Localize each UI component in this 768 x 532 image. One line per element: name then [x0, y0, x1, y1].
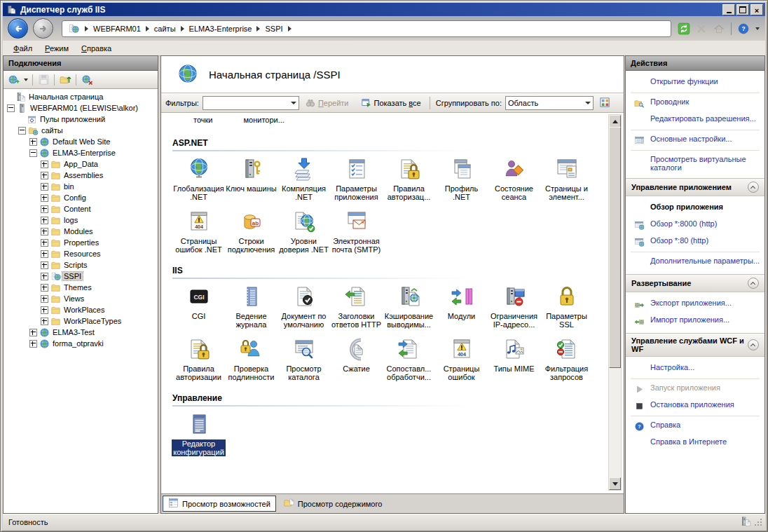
- expand-icon[interactable]: [41, 172, 48, 179]
- show-all-button[interactable]: Показать все: [359, 97, 424, 109]
- action-group-header[interactable]: Управление службами WCF и WF: [626, 333, 764, 357]
- feature-mime[interactable]: Типы MIME: [488, 337, 540, 381]
- menu-справка[interactable]: Справка: [75, 43, 118, 54]
- tree-item-bin[interactable]: bin: [4, 181, 158, 192]
- tree-item-scripts[interactable]: Scripts: [4, 259, 158, 271]
- scrollbar-thumb[interactable]: [609, 127, 621, 368]
- feature-smtp[interactable]: Электронная почта (SMTP): [330, 210, 383, 254]
- expand-icon[interactable]: [41, 239, 48, 247]
- feature-default-doc[interactable]: Документ по умолчанию: [277, 285, 330, 329]
- tree-item-themes[interactable]: Themes: [4, 282, 158, 293]
- address-bar[interactable]: WEBFARM01сайтыELMA3-EnterpriseSSPI: [62, 20, 671, 37]
- tree-item-views[interactable]: Views: [4, 293, 158, 304]
- action--[interactable]: Открытие функции: [631, 74, 760, 91]
- expand-icon[interactable]: [29, 340, 37, 348]
- feature-http-headers[interactable]: Заголовки ответов HTTP: [330, 285, 383, 329]
- expand-icon[interactable]: [41, 228, 48, 236]
- minimize-button[interactable]: [722, 4, 735, 15]
- menu-режим[interactable]: Режим: [39, 43, 75, 54]
- scroll-down-button[interactable]: [609, 477, 621, 490]
- refresh-button[interactable]: [677, 22, 691, 36]
- tree-item-sspi[interactable]: SSPI: [4, 271, 158, 282]
- tree-item-forma_otpravki[interactable]: forma_otpravki: [4, 338, 158, 349]
- feature-output-cache[interactable]: Кэширование выводимы...: [383, 285, 435, 329]
- feature-compression[interactable]: Сжатие: [330, 337, 383, 381]
- stop-x-button[interactable]: [694, 22, 708, 36]
- breadcrumb-item[interactable]: WEBFARM01: [93, 25, 141, 33]
- go-button[interactable]: Перейти: [303, 97, 352, 109]
- menu-файл[interactable]: Файл: [7, 43, 39, 54]
- scroll-up-button[interactable]: [609, 115, 621, 128]
- tree-item-content[interactable]: Content: [4, 203, 158, 214]
- tree-item-resources[interactable]: Resources: [4, 248, 158, 259]
- breadcrumb-item[interactable]: SSPI: [265, 25, 282, 33]
- back-button[interactable]: [8, 18, 28, 39]
- feature-pages-controls[interactable]: Страницы и элемент...: [540, 157, 593, 201]
- resize-grip[interactable]: [754, 518, 762, 526]
- expand-icon[interactable]: [41, 306, 48, 314]
- expand-icon[interactable]: [41, 284, 48, 292]
- tree-item-properties[interactable]: Properties: [4, 237, 158, 248]
- maximize-button[interactable]: [736, 4, 749, 15]
- tree-item-workplacetypes[interactable]: WorkPlaceTypes: [4, 315, 158, 327]
- tree-item--[interactable]: Начальная страница: [4, 91, 158, 102]
- tree-item-modules[interactable]: Modules: [4, 226, 158, 237]
- expand-icon[interactable]: [41, 161, 48, 168]
- view-mode-button[interactable]: [597, 97, 616, 109]
- dropdown-arrow-icon[interactable]: [24, 79, 28, 81]
- feature-globalization[interactable]: Глобализация .NET: [172, 157, 225, 201]
- home-button[interactable]: [712, 22, 726, 36]
- tab-content-view[interactable]: Просмотр содержимого: [278, 496, 388, 512]
- feature-session-state[interactable]: Состояние сеанса: [488, 157, 540, 201]
- feature-modules[interactable]: Модули: [435, 285, 488, 329]
- feature-connection-strings[interactable]: abСтроки подключения: [225, 210, 277, 254]
- tree-item-config[interactable]: Config: [4, 192, 158, 203]
- expand-icon[interactable]: [41, 295, 48, 303]
- collapse-icon[interactable]: [18, 127, 26, 135]
- action--[interactable]: Основные настройки...: [631, 132, 760, 149]
- action--[interactable]: Остановка приложения: [631, 397, 760, 414]
- feature-request-filtering[interactable]: Фильтрация запросов: [540, 337, 593, 381]
- collapse-icon[interactable]: [29, 149, 37, 157]
- action--[interactable]: Импорт приложения...: [631, 313, 760, 329]
- save-button[interactable]: [37, 74, 50, 86]
- expand-icon[interactable]: [41, 194, 48, 202]
- tree-item-assemblies[interactable]: Assemblies: [4, 170, 158, 181]
- expand-icon[interactable]: [29, 138, 37, 146]
- tree-item-app_data[interactable]: App_Data: [4, 158, 158, 170]
- dropdown-arrow-icon[interactable]: [755, 27, 760, 30]
- collapse-icon[interactable]: [7, 104, 15, 112]
- tree-item-elma3-test[interactable]: ELMA3-Test: [4, 327, 158, 338]
- action--[interactable]: Запуск приложения: [631, 381, 760, 397]
- feature-dir-browse[interactable]: Просмотр каталога: [277, 337, 330, 381]
- breadcrumb-item[interactable]: сайты: [154, 25, 176, 33]
- connect-button[interactable]: [7, 74, 20, 86]
- feature-auth-rules[interactable]: Правила авторизац...: [383, 157, 435, 201]
- tree-item-elma3-enterprise[interactable]: ELMA3-Enterprise: [4, 147, 158, 158]
- expand-icon[interactable]: [41, 273, 48, 280]
- feature-ip-restrictions[interactable]: Ограничения IP-адресо...: [488, 285, 540, 329]
- close-button[interactable]: ×: [750, 4, 763, 15]
- action--[interactable]: Экспорт приложения...: [631, 296, 760, 313]
- feature-ssl[interactable]: Параметры SSL: [540, 285, 593, 329]
- disconnect-button[interactable]: [81, 74, 93, 86]
- expand-icon[interactable]: [41, 205, 48, 213]
- expand-icon[interactable]: [29, 329, 37, 336]
- feature-error-404[interactable]: 404Страницы ошибок: [435, 337, 488, 381]
- filter-combo[interactable]: [203, 96, 299, 110]
- expand-icon[interactable]: [41, 261, 48, 269]
- expand-icon[interactable]: [41, 183, 48, 191]
- feature-app-settings[interactable]: Параметры приложения: [330, 157, 383, 201]
- action--[interactable]: ?Справка: [631, 418, 760, 435]
- expand-icon[interactable]: [41, 250, 48, 258]
- feature-machine-key[interactable]: Ключ машины: [225, 157, 277, 201]
- expand-icon[interactable]: [41, 318, 48, 325]
- tree-item-logs[interactable]: logs: [4, 214, 158, 226]
- collapse-chevron-icon[interactable]: [748, 278, 759, 289]
- tree-item-webfarm01-elewise-alkor-[interactable]: WEBFARM01 (ELEWISE\alkor): [4, 102, 158, 114]
- action--[interactable]: Настройка...: [631, 360, 760, 377]
- forward-button[interactable]: [33, 18, 53, 39]
- action--8000-http-[interactable]: Обзор *:8000 (http): [631, 217, 760, 233]
- feature-trust-levels[interactable]: Уровни доверия .NET: [277, 210, 330, 254]
- action--[interactable]: Дополнительные параметры...: [631, 254, 760, 271]
